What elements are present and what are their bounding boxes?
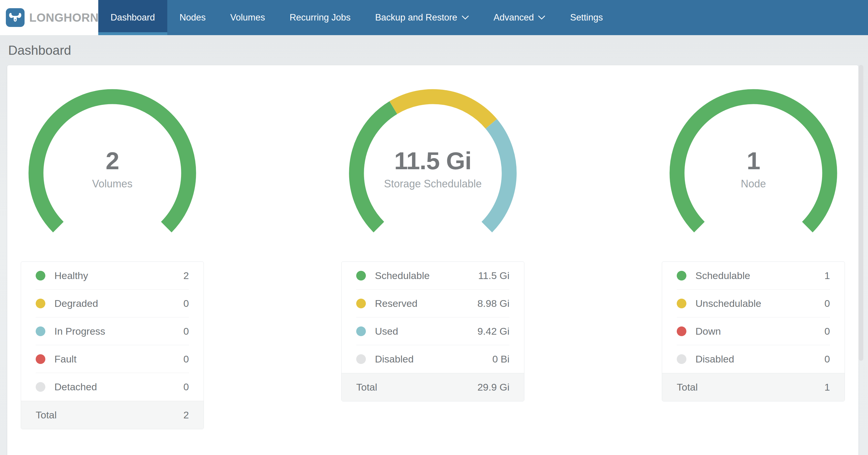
- navbar: LONGHORN DashboardNodesVolumesRecurring …: [0, 0, 868, 35]
- volumes-gauge-center: 2 Volumes: [21, 147, 204, 190]
- nav-item-backup-and-restore[interactable]: Backup and Restore: [363, 0, 482, 35]
- total-value: 2: [183, 409, 189, 421]
- legend-value: 0: [825, 325, 830, 337]
- legend-value: 0: [825, 353, 830, 365]
- brand-name: LONGHORN: [29, 11, 98, 24]
- legend-row-healthy: Healthy2: [21, 262, 204, 290]
- legend-total-row: Total29.9 Gi: [342, 373, 524, 401]
- total-label: Total: [356, 381, 477, 393]
- volumes-unit: 2 Volumes Healthy2Degraded0In Progress0F…: [21, 65, 204, 455]
- storage-legend-table: Schedulable11.5 GiReserved8.98 GiUsed9.4…: [341, 261, 524, 401]
- legend-color-dot: [677, 271, 686, 281]
- total-value: 29.9 Gi: [477, 381, 509, 393]
- legend-value: 0: [183, 353, 189, 365]
- node-gauge-label: Node: [662, 178, 845, 190]
- nav-item-label: Volumes: [230, 12, 265, 23]
- nav-menu: DashboardNodesVolumesRecurring JobsBacku…: [98, 0, 615, 35]
- legend-label: Used: [375, 325, 477, 337]
- legend-value: 1: [825, 270, 830, 281]
- legend-row-down: Down0: [662, 317, 845, 345]
- legend-label: Unschedulable: [695, 298, 825, 309]
- nav-item-advanced[interactable]: Advanced: [482, 0, 558, 35]
- longhorn-logo-icon: [6, 8, 25, 27]
- legend-value: 9.42 Gi: [477, 325, 509, 337]
- legend-value: 11.5 Gi: [478, 270, 509, 281]
- node-legend-table: Schedulable1Unschedulable0Down0Disabled0…: [662, 261, 845, 401]
- legend-color-dot: [36, 326, 45, 336]
- nav-item-label: Settings: [570, 12, 603, 23]
- legend-row-reserved: Reserved8.98 Gi: [342, 290, 524, 317]
- legend-label: Detached: [54, 381, 183, 393]
- storage-unit: 11.5 Gi Storage Schedulable Schedulable1…: [341, 65, 524, 455]
- legend-color-dot: [677, 326, 686, 336]
- legend-row-detached: Detached0: [21, 373, 204, 401]
- legend-value: 0 Bi: [492, 353, 509, 365]
- total-value: 1: [825, 381, 830, 393]
- legend-color-dot: [356, 354, 366, 364]
- storage-gauge-label: Storage Schedulable: [341, 178, 524, 190]
- legend-label: Degraded: [54, 298, 183, 309]
- legend-label: In Progress: [54, 325, 183, 337]
- legend-color-dot: [356, 271, 366, 281]
- nav-item-label: Backup and Restore: [375, 12, 457, 23]
- vertical-scrollbar-thumb[interactable]: [859, 65, 863, 361]
- legend-color-dot: [36, 354, 45, 364]
- legend-row-schedulable: Schedulable11.5 Gi: [342, 262, 524, 290]
- legend-row-schedulable: Schedulable1: [662, 262, 845, 290]
- legend-label: Schedulable: [695, 270, 825, 281]
- nav-item-recurring-jobs[interactable]: Recurring Jobs: [277, 0, 363, 35]
- node-unit: 1 Node Schedulable1Unschedulable0Down0Di…: [662, 65, 845, 455]
- nav-item-label: Advanced: [494, 12, 534, 23]
- nav-item-dashboard[interactable]: Dashboard: [98, 0, 167, 35]
- legend-value: 0: [183, 298, 189, 309]
- page-title: Dashboard: [0, 35, 868, 57]
- chevron-down-icon: [538, 15, 546, 20]
- legend-value: 0: [825, 298, 830, 309]
- legend-row-in-progress: In Progress0: [21, 317, 204, 345]
- legend-label: Disabled: [695, 353, 825, 365]
- total-label: Total: [36, 409, 183, 421]
- chevron-down-icon: [462, 15, 469, 20]
- nav-item-label: Nodes: [180, 12, 206, 23]
- legend-color-dot: [36, 382, 45, 392]
- nav-item-label: Recurring Jobs: [289, 12, 350, 23]
- legend-label: Healthy: [54, 270, 183, 281]
- storage-gauge-value: 11.5 Gi: [341, 147, 524, 174]
- legend-row-disabled: Disabled0: [662, 345, 845, 373]
- legend-total-row: Total2: [21, 401, 204, 429]
- dashboard-page: Dashboard 2 Volumes Healthy2Degraded0In …: [0, 35, 868, 455]
- gauge-segment-reserved: [393, 96, 491, 124]
- legend-value: 0: [183, 381, 189, 393]
- dashboard-card: 2 Volumes Healthy2Degraded0In Progress0F…: [7, 65, 858, 455]
- legend-label: Disabled: [375, 353, 492, 365]
- legend-color-dot: [36, 271, 45, 281]
- node-gauge-center: 1 Node: [662, 147, 845, 190]
- volumes-gauge-label: Volumes: [21, 178, 204, 190]
- legend-label: Down: [695, 325, 825, 337]
- brand[interactable]: LONGHORN: [0, 0, 98, 35]
- legend-row-disabled: Disabled0 Bi: [342, 345, 524, 373]
- legend-total-row: Total1: [662, 373, 845, 401]
- legend-row-fault: Fault0: [21, 345, 204, 373]
- legend-row-unschedulable: Unschedulable0: [662, 290, 845, 317]
- volumes-gauge-value: 2: [21, 147, 204, 174]
- storage-gauge-center: 11.5 Gi Storage Schedulable: [341, 147, 524, 190]
- legend-color-dot: [356, 298, 366, 308]
- legend-label: Fault: [54, 353, 183, 365]
- legend-row-degraded: Degraded0: [21, 290, 204, 317]
- nav-item-volumes[interactable]: Volumes: [218, 0, 277, 35]
- nav-item-settings[interactable]: Settings: [558, 0, 615, 35]
- volumes-legend-table: Healthy2Degraded0In Progress0Fault0Detac…: [21, 261, 204, 429]
- legend-color-dot: [677, 298, 686, 308]
- nav-item-nodes[interactable]: Nodes: [167, 0, 218, 35]
- legend-label: Schedulable: [375, 270, 478, 281]
- legend-label: Reserved: [375, 298, 477, 309]
- storage-gauge: 11.5 Gi Storage Schedulable: [341, 65, 524, 261]
- legend-color-dot: [356, 326, 366, 336]
- nav-item-label: Dashboard: [111, 12, 155, 23]
- node-gauge-value: 1: [662, 147, 845, 174]
- volumes-gauge: 2 Volumes: [21, 65, 204, 261]
- legend-value: 8.98 Gi: [477, 298, 509, 309]
- legend-row-used: Used9.42 Gi: [342, 317, 524, 345]
- legend-value: 0: [183, 325, 189, 337]
